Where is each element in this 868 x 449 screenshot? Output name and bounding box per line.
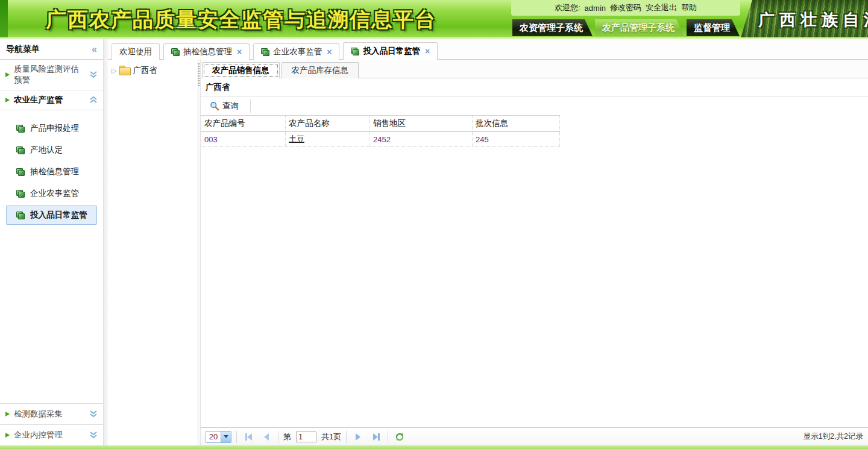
content-panel: 农产品销售信息 农产品库存信息 广西省 查询 — [201, 60, 868, 445]
sidebar-section-label: 农业生产监管 — [14, 95, 85, 105]
tab-label: 欢迎使用 — [119, 46, 152, 57]
pagination-separator — [388, 431, 388, 443]
header-accent-bar — [0, 0, 8, 37]
previous-page-button[interactable] — [260, 431, 273, 443]
table-row[interactable]: 003 土豆 2452 245 — [201, 132, 560, 147]
tab-label: 抽检信息管理 — [183, 46, 232, 57]
search-icon — [210, 101, 219, 111]
app-header: 广西农产品质量安全监管与追溯信息平台 欢迎您: admin 修改密码 安全退出 … — [0, 0, 868, 39]
pagination-separator — [346, 431, 347, 443]
column-header-sales-region[interactable]: 销售地区 — [370, 116, 473, 132]
document-stack-icon — [171, 48, 180, 56]
tab-sampling-info[interactable]: 抽检信息管理 × — [163, 43, 250, 60]
sidebar-section-agri-production[interactable]: 农业生产监管 — [0, 90, 103, 110]
app-title: 广西农产品质量安全监管与追溯信息平台 — [46, 6, 436, 34]
sidebar-section-internal-control[interactable]: 企业内控管理 — [0, 424, 103, 445]
refresh-icon — [395, 432, 404, 442]
document-stack-icon — [261, 48, 270, 56]
sidebar-title: 导航菜单 — [6, 44, 40, 55]
sidebar-section-risk-monitoring[interactable]: 质量风险监测评估预警 — [0, 60, 103, 90]
system-tab-bar: 农资管理子系统 农产品管理子系统 监督管理 — [511, 16, 740, 36]
sidebar-splitter[interactable] — [104, 39, 108, 445]
sidebar-item-input-supervision[interactable]: 投入品日常监管 — [6, 206, 97, 225]
pagination-bar: 20 第 共1页 — [201, 427, 868, 445]
first-page-button[interactable] — [242, 431, 255, 443]
pagination-separator — [278, 431, 278, 443]
sidebar-item-enterprise-farming[interactable]: 企业农事监管 — [6, 184, 97, 203]
tab-welcome[interactable]: 欢迎使用 — [112, 43, 160, 60]
sidebar-item-label: 抽检信息管理 — [30, 166, 79, 177]
tree-node-guangxi[interactable]: ▷ 广西省 — [110, 63, 195, 78]
close-icon[interactable]: × — [237, 48, 242, 56]
tree-splitter[interactable] — [197, 60, 201, 445]
page-total-label: 共1页 — [321, 432, 341, 442]
arrow-right-icon — [5, 72, 10, 77]
system-tab-agri-products[interactable]: 农产品管理子系统 — [595, 19, 684, 36]
cell-batch-info: 245 — [473, 132, 560, 147]
tree-node-label: 广西省 — [133, 65, 157, 76]
sidebar-section-test-data[interactable]: 检测数据采集 — [0, 403, 103, 424]
page-size-select[interactable]: 20 — [206, 431, 231, 443]
tab-enterprise-farming[interactable]: 企业农事监管 × — [253, 43, 339, 60]
tree-expand-icon[interactable]: ▷ — [112, 67, 116, 75]
sidebar-collapse-icon[interactable]: « — [92, 45, 97, 54]
system-tab-agri-materials[interactable]: 农资管理子系统 — [512, 19, 593, 36]
tab-label: 投入品日常监管 — [363, 46, 420, 57]
cell-product-code: 003 — [201, 132, 286, 147]
change-password-link[interactable]: 修改密码 — [610, 2, 641, 13]
column-header-product-code[interactable]: 农产品编号 — [201, 116, 286, 132]
last-page-button[interactable] — [370, 431, 383, 443]
header-right-area: 欢迎您: admin 修改密码 安全退出 帮助 农资管理子系统 农产品管理子系统… — [511, 0, 740, 39]
sidebar-menu: 产品申报处理 产地认定 抽检信息管理 企业农事监管 投入品日常监管 — [0, 110, 103, 231]
sidebar-item-product-declaration[interactable]: 产品申报处理 — [6, 119, 97, 138]
tab-label: 企业农事监管 — [273, 46, 322, 57]
close-icon[interactable]: × — [425, 47, 430, 55]
arrow-right-icon — [5, 433, 10, 438]
sidebar-item-sampling-info[interactable]: 抽检信息管理 — [6, 162, 97, 181]
column-header-product-name[interactable]: 农产品名称 — [286, 116, 370, 132]
sidebar-section-label: 检测数据采集 — [14, 409, 85, 419]
products-table: 农产品编号 农产品名称 销售地区 批次信息 003 土豆 2452 — [201, 115, 560, 147]
username: admin — [585, 4, 606, 13]
system-tab-supervision[interactable]: 监督管理 — [687, 19, 740, 36]
region-banner: 广西壮族自治区 — [740, 0, 868, 39]
user-bar: 欢迎您: admin 修改密码 安全退出 帮助 — [511, 0, 740, 16]
page-number-input[interactable] — [296, 432, 316, 442]
sidebar-item-label: 产地认定 — [30, 145, 63, 155]
document-stack-icon — [351, 48, 360, 55]
tab-sales-info[interactable]: 农产品销售信息 — [202, 62, 280, 78]
chevron-down-double-icon — [89, 432, 98, 439]
content-tab-bar: 农产品销售信息 农产品库存信息 — [201, 60, 868, 78]
chevron-down-double-icon — [89, 71, 98, 78]
panel-title: 广西省 — [201, 78, 868, 96]
tab-inventory-info[interactable]: 农产品库存信息 — [281, 62, 359, 78]
page-prefix-label: 第 — [283, 432, 291, 442]
chevron-down-double-icon — [89, 410, 98, 418]
app-window: 广西农产品质量安全监管与追溯信息平台 欢迎您: admin 修改密码 安全退出 … — [0, 0, 868, 449]
document-stack-icon — [16, 212, 25, 219]
region-tree-panel: ▷ 广西省 — [108, 60, 197, 445]
tab-input-supervision[interactable]: 投入品日常监管 × — [343, 42, 438, 60]
next-page-button[interactable] — [351, 431, 365, 443]
help-link[interactable]: 帮助 — [681, 2, 697, 13]
main-tab-bar: 欢迎使用 抽检信息管理 × 企业农事监管 × 投入品日常监管 × — [108, 39, 868, 60]
column-header-batch-info[interactable]: 批次信息 — [473, 116, 560, 132]
cell-product-name-link[interactable]: 土豆 — [286, 132, 370, 147]
sidebar-item-label: 产品申报处理 — [30, 123, 79, 134]
query-button[interactable]: 查询 — [204, 98, 244, 114]
close-icon[interactable]: × — [327, 48, 332, 56]
sidebar-item-origin-certification[interactable]: 产地认定 — [6, 140, 97, 160]
logout-link[interactable]: 安全退出 — [646, 2, 677, 13]
chevron-down-icon — [221, 432, 231, 442]
sidebar-item-label: 企业农事监管 — [30, 188, 79, 199]
chevron-up-double-icon — [89, 96, 98, 104]
arrow-right-icon — [5, 98, 10, 102]
refresh-button[interactable] — [393, 431, 406, 443]
footer-strip — [0, 445, 868, 449]
pagination-separator — [236, 431, 237, 443]
page-size-value: 20 — [206, 432, 221, 441]
cell-sales-region: 2452 — [370, 132, 473, 147]
document-stack-icon — [16, 168, 25, 176]
query-button-label: 查询 — [222, 101, 239, 111]
document-stack-icon — [16, 146, 25, 154]
